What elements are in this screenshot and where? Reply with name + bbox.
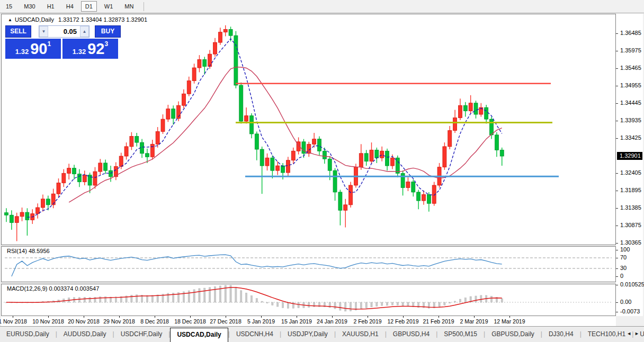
date-axis-tick [261, 316, 262, 318]
date-axis-tick [48, 316, 49, 318]
tab-gbpusd-h4[interactable]: GBPUSD,H4 [387, 327, 436, 342]
price-axis-label: 1.34445 [620, 100, 641, 106]
lot-size-stepper: ▼ ▲ [39, 25, 90, 38]
tab-tech100-h1[interactable]: TECH100,H1 [582, 327, 632, 342]
date-axis-tick [332, 316, 333, 318]
tab-usdchf-daily[interactable]: USDCHF,Daily [114, 327, 169, 342]
sell-price-big: 90 [30, 40, 47, 57]
rsi-scale-label: 0 [620, 273, 623, 279]
rsi-chart [2, 247, 615, 282]
lot-decrease-icon[interactable]: ▼ [39, 26, 48, 37]
buy-price-sup: 3 [104, 40, 108, 48]
chart-symbol-label: USDCAD,Daily [15, 16, 54, 23]
tab-dj30-h4[interactable]: DJ30,H4 [542, 327, 580, 342]
date-axis-label: 21 Feb 2019 [423, 318, 454, 325]
date-axis-tick [84, 316, 84, 318]
sell-price-prefix: 1.32 [15, 48, 29, 56]
tab-gbpusd-daily[interactable]: GBPUSD,Daily [485, 327, 541, 342]
price-axis-tick [616, 312, 618, 312]
sell-price-sup: 1 [47, 40, 51, 48]
price-axis-label: 1.30875 [620, 222, 641, 228]
rsi-scale-label: 70 [620, 254, 627, 260]
date-axis-label: 5 Jan 2019 [247, 318, 275, 325]
buy-price-prefix: 1.32 [73, 48, 86, 56]
price-axis-label: 1.31895 [620, 187, 641, 193]
date-axis-label: 10 Nov 2018 [32, 318, 64, 325]
rsi-label: RSI(14) 48.5956 [7, 248, 50, 254]
date-axis-tick [297, 316, 297, 318]
timeframe-button-mn[interactable]: MN [120, 1, 138, 12]
tab-xauusd-h1[interactable]: XAUUSD,H1 [336, 327, 385, 342]
timeframe-toolbar: 15M30H1H4D1W1MN [0, 0, 644, 13]
timeframe-button-h1[interactable]: H1 [43, 1, 59, 12]
macd-indicator-panel: MACD(12,26,9) 0.003374 0.003547 [1, 284, 616, 316]
date-axis-tick [226, 316, 226, 318]
price-axis-tick [616, 173, 618, 174]
current-price-box: 1.32901 [617, 152, 642, 160]
date-axis-label: 1 Nov 2018 [0, 318, 27, 325]
price-axis-tick [616, 208, 618, 209]
date-axis-label: 20 Nov 2018 [68, 318, 100, 325]
tab-usdjpy-daily[interactable]: USDJPY,Daily [281, 327, 334, 342]
tab-audusd-daily[interactable]: AUDUSD,Daily [57, 327, 113, 342]
tab-usdcnh-h4[interactable]: USDCNH,H4 [230, 327, 280, 342]
tab-scroll-arrows[interactable]: ◄► [627, 331, 642, 336]
date-axis-tick [439, 316, 439, 318]
macd-scale-label: 0.00 [620, 299, 631, 305]
price-axis-label: 1.31385 [620, 204, 641, 211]
lot-size-input[interactable] [48, 26, 80, 37]
one-click-trade-panel: SELL ▼ ▲ BUY 1.32 90 1 1.32 92 3 [5, 25, 121, 59]
date-axis-label: 18 Dec 2018 [174, 318, 206, 325]
date-axis-label: 2 Feb 2019 [353, 318, 381, 325]
timeframe-button-15[interactable]: 15 [2, 1, 16, 12]
macd-label: MACD(12,26,9) 0.003374 0.003547 [7, 285, 99, 292]
date-axis-label: 27 Dec 2018 [210, 318, 241, 325]
price-axis: 1.364851.359751.354651.349551.344451.339… [616, 14, 643, 316]
buy-button[interactable]: BUY [95, 25, 121, 38]
price-axis-tick [616, 302, 618, 303]
date-axis-tick [509, 316, 510, 318]
price-axis-tick [616, 243, 618, 244]
date-axis: 1 Nov 201810 Nov 201820 Nov 201829 Nov 2… [1, 316, 616, 326]
timeframe-button-h4[interactable]: H4 [62, 1, 78, 12]
macd-scale-label: 0.010525 [620, 281, 644, 287]
price-axis-label: 1.32405 [620, 169, 641, 176]
price-axis-tick [616, 121, 618, 121]
price-axis-tick [616, 268, 618, 269]
price-axis-tick [616, 68, 618, 69]
price-axis-label: 1.33425 [620, 134, 641, 141]
macd-scale-label: -0.0073 [620, 308, 640, 314]
date-axis-label: 15 Jan 2019 [281, 318, 312, 325]
lot-increase-icon[interactable]: ▲ [80, 26, 89, 37]
date-axis-tick [190, 316, 191, 318]
tab-usdcad-daily[interactable]: USDCAD,Daily [170, 328, 228, 342]
sell-button[interactable]: SELL [5, 25, 31, 38]
buy-price-tile[interactable]: 1.32 92 3 [62, 39, 118, 59]
tab-sp500-m15[interactable]: SP500,M15 [437, 327, 484, 342]
date-axis-tick [13, 316, 13, 318]
price-axis-label: 1.36485 [620, 30, 641, 36]
date-axis-tick [155, 316, 155, 318]
price-axis-tick [616, 33, 618, 34]
date-axis-label: 8 Dec 2018 [140, 318, 169, 325]
price-axis-label: 1.33935 [620, 117, 641, 123]
timeframe-button-w1[interactable]: W1 [100, 1, 118, 12]
date-axis-label: 24 Jan 2019 [317, 318, 347, 325]
date-axis-tick [368, 316, 368, 318]
timeframe-button-m30[interactable]: M30 [20, 1, 39, 12]
chart-tab-bar: EURUSD,Daily|AUDUSD,Daily|USDCHF,Daily|U… [0, 326, 644, 342]
price-axis-tick [616, 276, 618, 277]
date-axis-label: 12 Feb 2019 [388, 318, 419, 325]
price-axis-tick [616, 51, 618, 51]
date-axis-tick [119, 316, 120, 318]
rsi-scale-label: 30 [620, 265, 627, 271]
price-axis-tick [616, 86, 618, 86]
collapse-triangle-icon[interactable]: ▲ [8, 17, 12, 22]
sell-price-tile[interactable]: 1.32 90 1 [5, 39, 61, 59]
price-axis-tick [616, 191, 618, 191]
tab-eurusd-daily[interactable]: EURUSD,Daily [0, 327, 56, 342]
buy-price-big: 92 [87, 40, 104, 57]
timeframe-button-d1[interactable]: D1 [81, 1, 97, 12]
price-axis-label: 1.34955 [620, 82, 641, 88]
price-axis-tick [616, 250, 618, 250]
